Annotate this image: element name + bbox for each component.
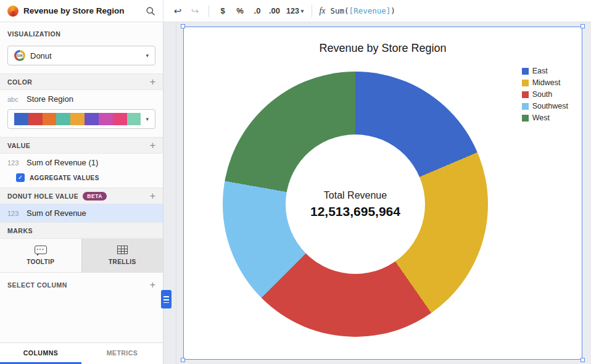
panel-resize-handle[interactable]	[161, 290, 172, 308]
donut-viz-icon: $1M	[14, 50, 25, 61]
select-column-row[interactable]: SELECT COLUMN +	[0, 273, 163, 297]
donut-center-label: Total Revenue	[324, 190, 387, 201]
formula-column-reference: [Revenue]	[349, 6, 391, 15]
visualization-selected-value: Donut	[30, 51, 52, 60]
decrease-decimal-button[interactable]: .0	[249, 3, 265, 19]
donut-center-value: 12,513,695,964	[310, 204, 400, 219]
donut-hole-section-label: DONUT HOLE VALUE	[7, 192, 78, 200]
chevron-down-icon: ▾	[146, 116, 149, 122]
search-icon[interactable]	[146, 6, 155, 16]
palette-swatch	[127, 113, 141, 125]
number-format-label: 123	[286, 7, 299, 15]
value-field-name: Sum of Revenue (1)	[27, 158, 98, 167]
trellis-tab-label: TRELLIS	[109, 259, 136, 265]
legend-item[interactable]: Midwest	[522, 78, 568, 87]
aggregate-values-row[interactable]: ✓ AGGREGATE VALUES	[0, 172, 163, 188]
formula-prefix: Sum(	[331, 6, 349, 15]
formula-suffix: )	[391, 6, 395, 15]
legend-item[interactable]: South	[522, 90, 568, 99]
legend-swatch	[522, 91, 529, 98]
legend-label: East	[532, 67, 548, 75]
percent-format-button[interactable]: %	[232, 3, 248, 19]
undo-button[interactable]: ↩	[170, 3, 186, 19]
legend-label: West	[532, 114, 550, 122]
palette-swatch	[113, 113, 127, 125]
toolbar-divider	[312, 5, 312, 17]
legend-swatch	[522, 115, 529, 122]
number-type-icon: 123	[7, 159, 21, 167]
add-value-button[interactable]: +	[150, 141, 155, 151]
selection-handle-bottom-right[interactable]	[581, 358, 585, 362]
palette-swatch	[14, 113, 28, 125]
selection-handle-top-right[interactable]	[581, 24, 585, 28]
tooltip-tab-label: TOOLTIP	[27, 259, 54, 265]
donut-hole-field-row[interactable]: 123 Sum of Revenue	[0, 204, 163, 222]
marks-section-header: MARKS	[0, 222, 163, 239]
legend-label: Midwest	[532, 78, 561, 87]
beta-badge: BETA	[83, 192, 107, 201]
color-palette-dropdown[interactable]: ▾	[7, 109, 155, 129]
add-column-button[interactable]: +	[150, 280, 155, 290]
number-format-dropdown[interactable]: 123 ▾	[284, 3, 306, 19]
marks-section-label: MARKS	[7, 227, 33, 234]
tab-tooltip[interactable]: ··· TOOLTIP	[0, 239, 81, 272]
visualization-section-label: VISUALIZATION	[0, 22, 163, 42]
element-config-panel: VISUALIZATION $1M Donut ▾ COLOR + abc St…	[0, 22, 163, 364]
selection-handle-bottom-left[interactable]	[181, 358, 185, 362]
value-section-header: VALUE +	[0, 137, 163, 154]
formatting-toolbar: ↩ ↪ $ % .0 .00 123 ▾ fx Sum([Revenue])	[163, 0, 591, 22]
app-logo-icon[interactable]	[7, 6, 19, 17]
number-type-icon: 123	[7, 210, 21, 217]
aggregate-values-label: AGGREGATE VALUES	[30, 175, 99, 181]
increase-decimal-button[interactable]: .00	[267, 3, 283, 19]
workbook-canvas: Revenue by Store Region EastMidwestSouth…	[163, 22, 591, 364]
redo-button[interactable]: ↪	[187, 3, 203, 19]
palette-swatch	[99, 113, 113, 125]
donut-hole: Total Revenue 12,513,695,964	[286, 134, 425, 274]
workbook-title: Revenue by Store Region	[23, 6, 141, 15]
palette-swatch	[28, 113, 43, 125]
formula-bar[interactable]: Sum([Revenue])	[331, 6, 585, 15]
legend-item[interactable]: West	[522, 114, 568, 122]
add-color-button[interactable]: +	[150, 77, 155, 87]
app-window: Revenue by Store Region ↩ ↪ $ % .0 .00 1…	[0, 0, 591, 364]
legend-swatch	[522, 80, 529, 86]
panel-bottom-tabs: COLUMNS METRICS	[0, 342, 163, 364]
add-donut-hole-value-button[interactable]: +	[150, 191, 155, 201]
legend-item[interactable]: East	[522, 67, 568, 75]
palette-swatch	[70, 113, 85, 125]
currency-format-button[interactable]: $	[215, 3, 231, 19]
palette-swatch	[43, 113, 57, 125]
trellis-grid-icon	[117, 246, 128, 254]
donut-hole-field-name: Sum of Revenue	[27, 209, 86, 218]
chart-element[interactable]: Revenue by Store Region EastMidwestSouth…	[183, 27, 582, 360]
topbar: Revenue by Store Region ↩ ↪ $ % .0 .00 1…	[0, 0, 591, 22]
legend-item[interactable]: Southwest	[522, 102, 568, 110]
color-field-name: Store Region	[27, 94, 73, 104]
tooltip-bubble-icon: ···	[35, 246, 47, 254]
formula-fx-icon: fx	[318, 6, 329, 16]
legend-label: South	[532, 90, 553, 99]
value-field-row[interactable]: 123 Sum of Revenue (1)	[0, 154, 163, 172]
color-field-row[interactable]: abc Store Region	[0, 90, 163, 108]
toolbar-divider	[209, 5, 209, 17]
value-section-label: VALUE	[7, 142, 30, 149]
tab-trellis[interactable]: TRELLIS	[81, 239, 163, 272]
color-section-header: COLOR +	[0, 73, 163, 90]
text-type-icon: abc	[7, 96, 21, 103]
donut-hole-section-header: DONUT HOLE VALUE BETA +	[0, 188, 163, 204]
canvas-gutter-line	[176, 22, 176, 364]
workbook-header: Revenue by Store Region	[0, 0, 163, 22]
aggregate-values-checkbox[interactable]: ✓	[16, 173, 25, 182]
tab-metrics[interactable]: METRICS	[81, 343, 163, 364]
visualization-type-dropdown[interactable]: $1M Donut ▾	[7, 46, 155, 65]
color-palette-strip	[14, 113, 141, 125]
donut-chart[interactable]: Total Revenue 12,513,695,964	[223, 72, 488, 337]
select-column-label: SELECT COLUMN	[7, 281, 67, 289]
tab-columns[interactable]: COLUMNS	[0, 343, 81, 364]
grip-lines-icon	[163, 296, 169, 303]
chart-legend: EastMidwestSouthSouthwestWest	[522, 67, 568, 125]
legend-swatch	[522, 103, 529, 110]
chevron-down-icon: ▾	[301, 8, 304, 14]
selection-handle-top-left[interactable]	[181, 24, 185, 28]
